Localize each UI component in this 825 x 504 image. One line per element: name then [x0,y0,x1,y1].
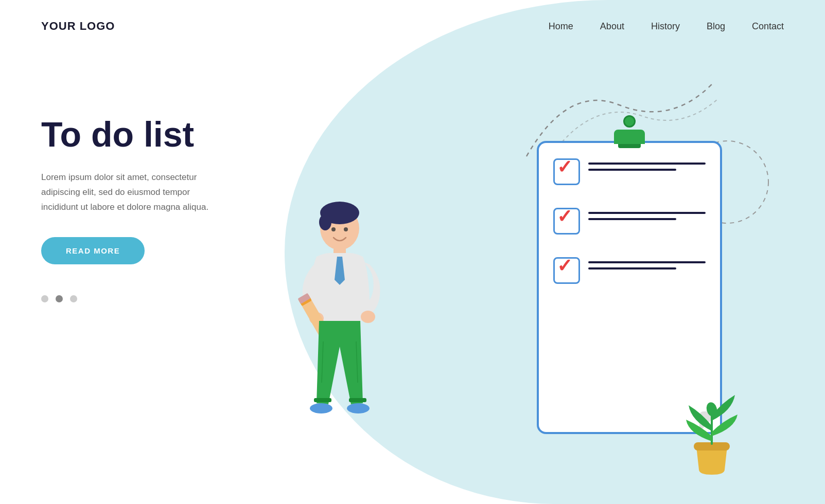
checkmark-2: ✓ [557,207,572,226]
check-line-3a [588,261,706,263]
checkbox-3: ✓ [553,257,580,284]
logo: YOUR LOGO [41,20,115,33]
read-more-button[interactable]: READ MORE [41,237,145,264]
checkmark-3: ✓ [557,257,572,275]
svg-point-7 [361,311,375,323]
hero-description: Lorem ipsum dolor sit amet, consectetur … [41,170,226,215]
clipboard-clip [614,115,645,151]
svg-rect-17 [349,398,366,402]
svg-point-2 [319,214,331,230]
clip-bar [614,130,645,144]
dot-1[interactable] [41,295,48,302]
checklist-item-2: ✓ [553,208,706,235]
plant-illustration [681,374,743,477]
svg-point-4 [344,227,348,231]
check-line-2a [588,212,706,214]
pagination-dots [41,295,288,302]
left-section: To do list Lorem ipsum dolor sit amet, c… [41,74,288,302]
person-illustration [288,197,391,475]
hero-title: To do list [41,115,288,154]
clip-circle [623,115,636,128]
navigation: Home About History Blog Contact [549,21,784,32]
checklist-item-3: ✓ [553,257,706,284]
main-content: To do list Lorem ipsum dolor sit amet, c… [0,33,825,485]
svg-point-14 [310,403,332,413]
dot-3[interactable] [70,295,77,302]
check-lines-3 [588,257,706,274]
check-lines-1 [588,158,706,175]
checklist-item-1: ✓ [553,158,706,185]
svg-rect-16 [314,398,331,402]
nav-contact[interactable]: Contact [752,21,784,32]
svg-point-15 [347,403,370,413]
nav-about[interactable]: About [600,21,624,32]
check-line-1b [588,169,676,171]
nav-home[interactable]: Home [549,21,573,32]
header: YOUR LOGO Home About History Blog Contac… [0,0,825,33]
checkmark-1: ✓ [557,158,572,176]
dot-2[interactable] [56,295,63,302]
nav-history[interactable]: History [651,21,680,32]
check-line-1a [588,163,706,165]
nav-blog[interactable]: Blog [707,21,725,32]
checkbox-1: ✓ [553,158,580,185]
check-line-3b [588,267,676,269]
check-line-2b [588,218,676,220]
illustration-section: ✓ ✓ [309,74,784,496]
check-lines-2 [588,208,706,224]
svg-point-3 [331,227,336,231]
checkbox-2: ✓ [553,208,580,235]
